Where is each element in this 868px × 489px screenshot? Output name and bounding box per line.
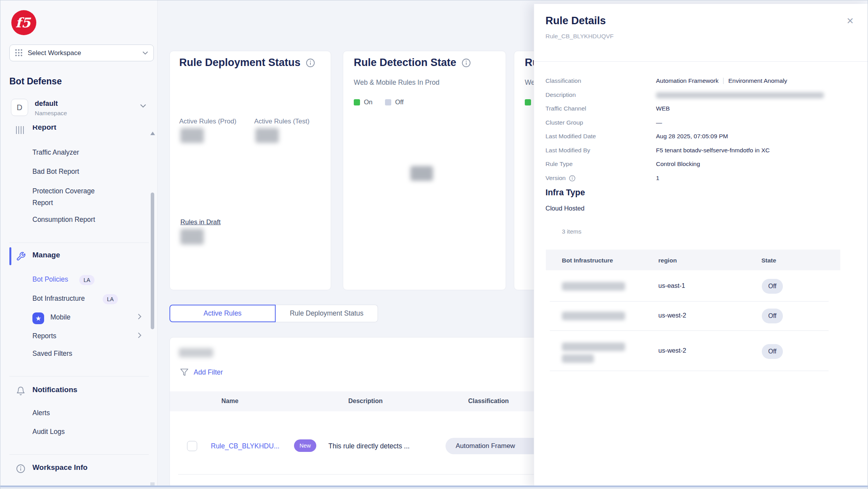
field-value-cluster-group: —: [656, 119, 662, 126]
state-off-chip: Off: [762, 344, 783, 359]
panel-rule-id: Rule_CB_BLYKHDUQVF: [545, 33, 614, 40]
infra-name-redacted: [562, 354, 594, 363]
table-row-divider: [178, 474, 534, 475]
rule-detection-state-subtitle: Web & Mobile Rules In Prod: [354, 79, 440, 87]
chevron-right-icon[interactable]: [138, 314, 141, 319]
app-window: Home › Bot Defense › Manage Bot Policies…: [0, 0, 868, 489]
sidebar-item-protection-coverage-report[interactable]: Protection Coverage Report: [32, 185, 114, 209]
chart-legend-off: Off: [385, 98, 404, 106]
namespace-avatar: D: [11, 99, 28, 116]
state-off-chip: Off: [762, 309, 783, 323]
sidebar-item-alerts[interactable]: Alerts: [32, 409, 50, 417]
active-rules-test-label: Active Rules (Test): [254, 118, 310, 125]
infra-items-count: 3 items: [562, 228, 581, 235]
info-icon[interactable]: [306, 58, 315, 68]
donut-center-value-redacted: [410, 166, 433, 181]
add-filter-button[interactable]: Add Filter: [180, 368, 223, 377]
rules-list-panel: [169, 337, 540, 489]
items-count-redacted: [179, 348, 213, 357]
rule-description-cell: This rule directly detects ...: [328, 442, 410, 450]
chevron-down-icon[interactable]: [140, 104, 146, 108]
field-label-rule-type: Rule Type: [545, 161, 573, 168]
panel-title: Rule Details: [545, 15, 606, 27]
sidebar-scrollbar-thumb[interactable]: [151, 193, 154, 329]
sidebar-item-bad-bot-report[interactable]: Bad Bot Report: [32, 168, 79, 176]
active-rules-test-value-redacted: [255, 128, 279, 143]
sidebar-divider: [9, 376, 149, 377]
infra-name-redacted: [562, 343, 625, 351]
field-value-last-modified-by: F5 tenant botadv-selfserve-fnmdotfo in X…: [656, 147, 770, 154]
field-value-classification: Automation FrameworkEnvironment Anomaly: [656, 77, 787, 84]
field-label-traffic-channel: Traffic Channel: [545, 105, 586, 112]
workspace-selector[interactable]: Select Workspace: [9, 45, 154, 61]
legend-off-swatch: [385, 99, 391, 105]
field-value-last-modified-date: Aug 28 2025, 07:05:09 PM: [656, 133, 728, 140]
rules-in-draft-value-redacted: [180, 229, 204, 244]
product-title: Bot Defense: [9, 76, 62, 87]
workspace-selector-label: Select Workspace: [28, 49, 137, 57]
infra-type-subheading: Cloud Hosted: [545, 205, 585, 212]
rule-deployment-status-card: [169, 51, 331, 290]
state-off-chip: Off: [762, 279, 783, 294]
third-card-legend-on-swatch: [525, 99, 531, 105]
sidebar-item-reports[interactable]: Reports: [32, 332, 56, 340]
sidebar-item-mobile[interactable]: Mobile: [50, 313, 71, 321]
sidebar-item-bot-infrastructure[interactable]: Bot Infrastructure: [32, 294, 85, 303]
info-icon[interactable]: [462, 58, 471, 68]
funnel-icon: [180, 368, 189, 377]
sidebar-section-report[interactable]: Report: [32, 125, 56, 136]
rule-deployment-status-card-title: Rule Deployment Status: [179, 57, 315, 69]
infra-column-region: region: [658, 257, 677, 264]
sidebar-item-traffic-analyzer[interactable]: Traffic Analyzer: [32, 148, 79, 157]
new-badge: New: [294, 439, 316, 452]
mobile-star-icon: ★: [32, 312, 44, 324]
sidebar-section-notifications[interactable]: Notifications: [32, 385, 77, 394]
sidebar-item-bot-policies[interactable]: Bot Policies: [32, 275, 68, 284]
tab-active-rules[interactable]: Active Rules: [169, 305, 276, 322]
infra-row-divider: [550, 330, 829, 331]
panel-divider: [534, 61, 868, 62]
f5-logo: f5: [11, 10, 36, 35]
infra-name-redacted: [562, 312, 625, 320]
column-header-name: Name: [221, 398, 239, 405]
column-header-classification: Classification: [468, 398, 509, 405]
field-value-version: 1: [656, 175, 659, 182]
infra-row-divider: [550, 301, 829, 302]
rules-in-draft-link[interactable]: Rules in Draft: [180, 218, 221, 226]
field-label-classification: Classification: [545, 77, 581, 84]
bot-infrastructure-la-badge: LA: [103, 294, 118, 304]
sidebar-section-workspace-info[interactable]: Workspace Info: [32, 463, 87, 472]
sidebar-item-audit-logs[interactable]: Audit Logs: [32, 428, 65, 436]
infra-column-bot-infrastructure: Bot Infrastructure: [562, 257, 613, 264]
active-section-indicator: [9, 247, 11, 265]
sidebar-item-saved-filters[interactable]: Saved Filters: [32, 350, 72, 358]
sidebar: f5 Select Workspace Bot Defense D defaul…: [0, 0, 158, 489]
field-label-cluster-group: Cluster Group: [545, 119, 583, 126]
field-label-description: Description: [545, 91, 576, 98]
rule-detection-state-card-title: Rule Detection State: [354, 57, 471, 69]
namespace-type-label: Namespace: [35, 110, 67, 117]
tab-rule-deployment-status[interactable]: Rule Deployment Status: [276, 305, 378, 322]
close-icon[interactable]: ×: [847, 15, 854, 27]
sidebar-divider: [9, 454, 149, 455]
column-header-description: Description: [348, 398, 383, 405]
rule-details-panel: Rule Details Rule_CB_BLYKHDUQVF × Classi…: [534, 4, 868, 488]
active-rules-prod-value-redacted: [180, 128, 204, 143]
grid-icon: [15, 49, 23, 57]
infra-region-cell: us-west-2: [658, 347, 686, 354]
namespace-name: default: [35, 100, 58, 108]
report-section-icon: [16, 126, 25, 134]
infra-row-divider: [550, 371, 829, 371]
field-label-last-modified-by: Last Modified By: [545, 147, 590, 154]
rule-name-link[interactable]: Rule_CB_BLYKHDU...: [211, 442, 280, 450]
row-checkbox[interactable]: [187, 441, 197, 451]
value-separator: [723, 78, 724, 84]
infra-column-state: State: [761, 257, 776, 264]
sidebar-section-manage[interactable]: Manage: [32, 251, 60, 259]
chevron-down-icon: [143, 51, 148, 55]
infra-name-redacted: [562, 282, 625, 291]
scroll-up-arrow[interactable]: [150, 132, 155, 135]
chevron-right-icon[interactable]: [138, 332, 141, 338]
sidebar-item-consumption-report[interactable]: Consumption Report: [32, 216, 95, 224]
info-icon[interactable]: [569, 175, 576, 182]
